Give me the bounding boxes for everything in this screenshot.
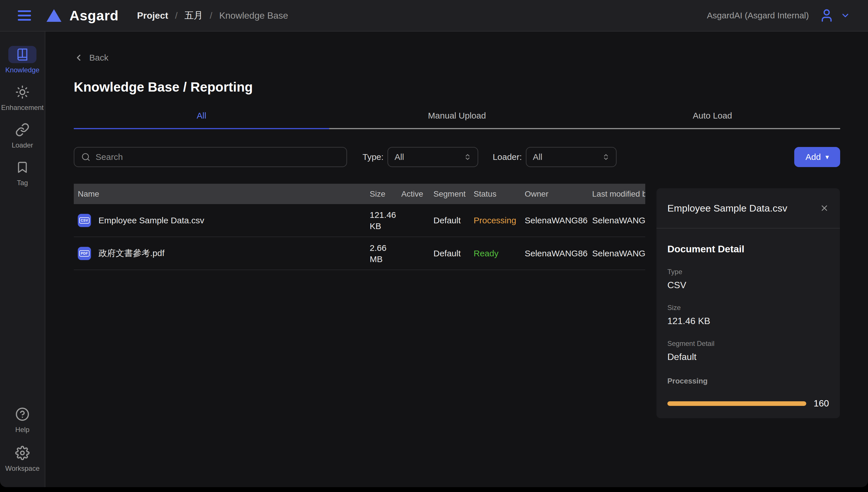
column-header-last-modified: Last modified by xyxy=(592,190,645,199)
table-row[interactable]: PDF 政府文書參考.pdf 2.66 MB Default Ready Sel… xyxy=(74,237,645,270)
sidebar-item-enhancement[interactable]: Enhancement xyxy=(1,83,44,112)
field-value-type: CSV xyxy=(667,280,829,291)
search-box xyxy=(74,147,347,167)
document-segment: Default xyxy=(433,216,474,225)
csv-file-icon: CSV xyxy=(78,214,91,227)
panel-title: Employee Sample Data.csv xyxy=(667,203,787,214)
status-badge: Processing xyxy=(474,216,525,225)
select-unfold-icon xyxy=(602,153,610,161)
gear-icon xyxy=(8,444,36,462)
account-label: AsgardAI (Asgard Internal) xyxy=(707,10,809,20)
field-label-size: Size xyxy=(667,304,829,312)
sun-icon xyxy=(8,83,36,101)
document-detail-panel: Employee Sample Data.csv Document Detail… xyxy=(656,188,840,418)
column-header-status: Status xyxy=(474,190,525,199)
column-header-name: Name xyxy=(74,190,370,199)
column-header-active: Active xyxy=(401,190,433,199)
triangle-logo-icon xyxy=(47,9,61,22)
app-window: Asgard Project / 五月 / Knowledge Base Asg… xyxy=(0,0,868,487)
status-badge: Ready xyxy=(474,249,525,259)
field-value-size: 121.46 KB xyxy=(667,316,829,326)
app-logo[interactable]: Asgard xyxy=(47,8,119,24)
loader-select[interactable]: All xyxy=(526,147,617,167)
search-input[interactable] xyxy=(96,152,340,162)
breadcrumb-separator: / xyxy=(210,10,213,21)
sidebar-item-label: Tag xyxy=(17,178,28,187)
breadcrumb: Project / 五月 / Knowledge Base xyxy=(137,9,288,22)
filter-row: Type: All Loader: All Add ▾ xyxy=(74,147,840,167)
section-title: Document Detail xyxy=(667,243,829,254)
loader-filter-label: Loader: xyxy=(493,152,522,162)
page-title: Knowledge Base / Reporting xyxy=(74,79,840,95)
type-select-value: All xyxy=(394,152,404,162)
pdf-file-icon: PDF xyxy=(78,247,91,260)
loader-select-value: All xyxy=(533,152,542,162)
help-circle-icon xyxy=(8,405,36,423)
processing-progress-bar xyxy=(667,401,806,406)
processing-label: Processing xyxy=(667,377,829,386)
document-name: 政府文書參考.pdf xyxy=(98,247,165,259)
breadcrumb-current-page: Knowledge Base xyxy=(219,10,288,21)
add-caret-icon: ▾ xyxy=(825,153,829,161)
chevron-left-icon xyxy=(74,53,83,63)
breadcrumb-month[interactable]: 五月 xyxy=(184,9,203,22)
back-button[interactable]: Back xyxy=(74,53,108,63)
document-last-modified-by: SelenaWANG86 xyxy=(592,216,645,225)
document-name: Employee Sample Data.csv xyxy=(98,216,204,225)
sidebar-item-label: Knowledge xyxy=(5,66,40,74)
breadcrumb-separator: / xyxy=(175,10,178,21)
document-segment: Default xyxy=(433,249,474,259)
select-unfold-icon xyxy=(464,153,471,161)
sidebar-item-loader[interactable]: Loader xyxy=(8,121,36,150)
close-icon[interactable] xyxy=(820,203,829,213)
field-label-segment-detail: Segment Detail xyxy=(667,340,829,348)
field-value-segment-detail: Default xyxy=(667,352,829,362)
back-label: Back xyxy=(89,53,108,63)
tab-manual-upload[interactable]: Manual Upload xyxy=(329,111,585,129)
document-size: 121.46 KB xyxy=(370,209,401,232)
type-select[interactable]: All xyxy=(388,147,478,167)
hamburger-menu-icon[interactable] xyxy=(18,10,31,21)
documents-table: Name Size Active Segment Status Owner La… xyxy=(74,184,645,270)
processing-count: 160 xyxy=(814,398,829,409)
sidebar-item-help[interactable]: Help xyxy=(8,405,36,434)
search-icon xyxy=(81,152,91,162)
table-header-row: Name Size Active Segment Status Owner La… xyxy=(74,184,645,204)
document-owner: SelenaWANG86 xyxy=(525,249,592,259)
add-button[interactable]: Add ▾ xyxy=(794,147,840,167)
column-header-owner: Owner xyxy=(525,190,592,199)
column-header-size: Size xyxy=(370,190,401,199)
table-row[interactable]: CSV Employee Sample Data.csv 121.46 KB D… xyxy=(74,204,645,237)
tab-all[interactable]: All xyxy=(74,111,329,129)
sidebar-item-label: Enhancement xyxy=(1,103,44,112)
link-icon xyxy=(8,121,36,138)
user-avatar-icon[interactable] xyxy=(819,8,834,23)
account-chevron-down-icon[interactable] xyxy=(840,10,850,20)
book-icon xyxy=(8,46,36,63)
document-last-modified-by: SelenaWANG86 xyxy=(592,249,645,259)
sidebar-item-tag[interactable]: Tag xyxy=(8,159,36,187)
sidebar-item-label: Workspace xyxy=(5,464,40,473)
logo-text: Asgard xyxy=(70,8,119,24)
column-header-segment: Segment xyxy=(433,190,474,199)
sidebar-item-knowledge[interactable]: Knowledge xyxy=(5,46,40,74)
type-filter-label: Type: xyxy=(363,152,383,162)
document-size: 2.66 MB xyxy=(370,242,401,265)
document-owner: SelenaWANG86 xyxy=(525,216,592,225)
tab-bar: All Manual Upload Auto Load xyxy=(74,111,840,129)
sidebar-item-label: Help xyxy=(15,425,29,434)
sidebar-item-workspace[interactable]: Workspace xyxy=(5,444,40,473)
breadcrumb-project[interactable]: Project xyxy=(137,10,168,21)
add-button-label: Add xyxy=(805,152,821,162)
sidebar: Knowledge Enhancement Loader xyxy=(0,31,45,487)
tab-auto-load[interactable]: Auto Load xyxy=(585,111,840,129)
top-bar: Asgard Project / 五月 / Knowledge Base Asg… xyxy=(0,0,868,31)
bookmark-icon xyxy=(8,159,36,176)
sidebar-item-label: Loader xyxy=(12,141,33,150)
field-label-type: Type xyxy=(667,268,829,276)
